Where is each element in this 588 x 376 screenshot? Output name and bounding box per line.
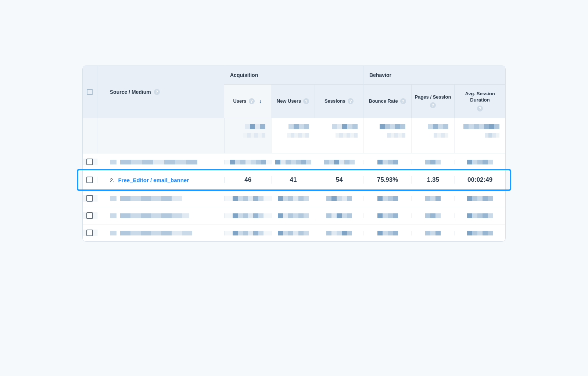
source-medium-link[interactable]: Free_Editor / email_banner [118,177,189,183]
redacted-value [412,160,455,164]
redacted-value [225,231,272,235]
cell-new-users: 41 [272,176,315,184]
redacted-value [455,196,505,201]
table-row [83,153,505,170]
help-icon[interactable]: ? [249,98,255,104]
redacted-value [272,196,315,201]
help-icon[interactable]: ? [154,89,160,95]
redacted-value [272,160,315,164]
redacted-value [272,231,315,235]
cell-avg-session-duration: 00:02:49 [455,176,505,184]
redacted-value [412,213,455,218]
row-checkbox[interactable] [86,212,93,219]
cell-bounce-rate: 75.93% [364,176,412,184]
redacted-value [315,213,364,218]
redacted-value [225,118,272,153]
analytics-table: Source / Medium ? Acquisition Behavior U… [82,65,506,242]
table-header: Source / Medium ? Acquisition Behavior U… [83,66,505,118]
group-acquisition: Acquisition [224,66,363,85]
header-new-users[interactable]: New Users ? [271,85,315,118]
redacted-value [364,213,412,218]
redacted-source [97,231,225,235]
redacted-source [97,196,225,201]
row-checkbox[interactable] [86,177,93,183]
sort-desc-icon: ↓ [259,97,262,105]
header-avg-session-duration[interactable]: Avg. Session Duration ? [455,85,505,118]
redacted-value [364,160,412,164]
redacted-value [225,196,272,201]
help-icon[interactable]: ? [477,106,483,111]
header-sessions[interactable]: Sessions ? [315,85,363,118]
group-behavior: Behavior [363,66,505,85]
select-all-checkbox[interactable] [87,89,93,95]
redacted-value [364,196,412,201]
summary-row [83,118,505,153]
help-icon[interactable]: ? [430,102,436,108]
redacted-value [272,118,315,153]
redacted-value [455,231,505,235]
header-pages-session[interactable]: Pages / Session ? [412,85,455,118]
cell-users: 46 [225,176,272,184]
row-checkbox[interactable] [86,230,93,236]
redacted-value [225,213,272,218]
row-index: 2. [110,177,115,183]
redacted-value [412,196,455,201]
cell-sessions: 54 [315,176,364,184]
table-row [83,207,505,224]
header-checkbox-cell [83,66,97,118]
redacted-value [412,118,455,153]
help-icon[interactable]: ? [400,98,406,104]
help-icon[interactable]: ? [348,98,354,104]
source-medium-label: Source / Medium [110,89,151,95]
redacted-value [315,196,364,201]
redacted-value [364,118,412,153]
table-row [83,224,505,241]
cell-pages-session: 1.35 [412,176,455,184]
table-row [83,189,505,207]
redacted-value [455,160,505,164]
redacted-value [412,231,455,235]
header-bounce-rate[interactable]: Bounce Rate ? [363,85,412,118]
redacted-value [315,160,364,164]
redacted-value [272,213,315,218]
header-source-medium[interactable]: Source / Medium ? [97,66,224,118]
redacted-value [225,160,272,164]
redacted-source [97,213,225,218]
redacted-source [97,160,225,164]
header-users[interactable]: Users ? ↓ [224,85,271,118]
row-checkbox[interactable] [86,159,93,165]
row-checkbox[interactable] [86,195,93,202]
redacted-value [315,231,364,235]
table-row-highlighted: 2. Free_Editor / email_banner 46 41 54 7… [83,170,505,189]
redacted-value [455,213,505,218]
redacted-value [455,118,505,153]
help-icon[interactable]: ? [303,98,309,104]
redacted-value [364,231,412,235]
redacted-value [315,118,364,153]
